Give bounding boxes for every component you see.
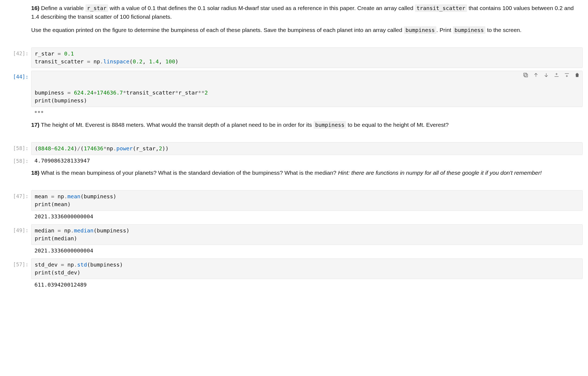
code-cell-58: [58]: (8848−624.24)/(174636*np.power(r_s… xyxy=(5,142,583,155)
q17-label: 17) xyxy=(31,122,39,128)
notebook-page: 16) Define a variable r_star with a valu… xyxy=(0,0,588,295)
insert-above-icon[interactable] xyxy=(554,72,560,78)
tok: , xyxy=(159,58,165,65)
code-input-47[interactable]: mean = np.mean(bumpiness)print(mean) xyxy=(31,190,583,211)
tok: mean xyxy=(54,201,67,208)
tok: 624.24 xyxy=(54,145,74,152)
tok: * xyxy=(175,89,178,96)
tok: ) xyxy=(126,227,129,234)
tok: median xyxy=(74,227,94,234)
tok: 174636.7 xyxy=(97,89,123,96)
tok: = xyxy=(61,261,64,268)
tok: r_star xyxy=(35,50,57,57)
inline-code-bumpiness2: bumpiness xyxy=(453,26,485,34)
inline-code-bumpiness3: bumpiness xyxy=(314,121,346,129)
inline-code-transit-scatter: transit_scatter xyxy=(415,4,467,12)
output-collapsed-44: ••• xyxy=(5,107,583,118)
output-cell-57: 611.039420012489 xyxy=(5,279,583,290)
code-cell-49: [49]: median = np.median(bumpiness)print… xyxy=(5,224,583,245)
tok: 8848 xyxy=(38,145,51,152)
delete-cell-icon[interactable] xyxy=(574,72,580,78)
tok: ) xyxy=(67,201,71,208)
inline-code-rstar: r_star xyxy=(85,4,108,12)
code-input-49[interactable]: median = np.median(bumpiness)print(media… xyxy=(31,224,583,245)
prompt-57: [57]: xyxy=(5,258,31,279)
tok: print xyxy=(35,269,51,276)
tok: ) xyxy=(84,97,87,104)
output-cell-49: 2021.3336000000004 xyxy=(5,245,583,256)
tok: 100 xyxy=(165,58,175,65)
tok: linspace xyxy=(103,58,129,65)
tok: bumpiness xyxy=(90,261,120,268)
tok: np xyxy=(64,261,74,268)
tok: print xyxy=(35,201,51,208)
tok: . xyxy=(74,261,77,268)
prompt-empty xyxy=(5,121,31,135)
tok: bumpiness xyxy=(54,97,84,104)
tok: ) xyxy=(113,193,116,200)
tok: . xyxy=(113,145,116,152)
tok: , xyxy=(156,145,159,152)
tok: . xyxy=(71,227,74,234)
tok: / xyxy=(77,145,81,152)
code-input-57[interactable]: std_dev = np.std(bumpiness)print(std_dev… xyxy=(31,258,583,279)
tok: 1.4 xyxy=(149,58,159,65)
prompt-empty xyxy=(5,245,31,256)
md17-para: 17) The height of Mt. Everest is 8848 me… xyxy=(31,121,581,129)
prompt-47: [47]: xyxy=(5,190,31,211)
output-value-57: 611.039420012489 xyxy=(31,279,583,290)
tok: ( xyxy=(129,58,133,65)
tok: transit_scatter xyxy=(35,58,87,65)
insert-below-icon[interactable] xyxy=(564,72,570,78)
tok: ( xyxy=(81,193,84,200)
tok: 174636 xyxy=(84,145,103,152)
tok: ( xyxy=(87,261,90,268)
tok: std_dev xyxy=(35,261,61,268)
cell-toolbar xyxy=(523,72,580,78)
tok: r_star xyxy=(178,89,198,96)
tok: median xyxy=(35,227,57,234)
move-down-icon[interactable] xyxy=(543,72,549,78)
code-input-44[interactable]: bumpiness = 624.24+174636.7*transit_scat… xyxy=(31,71,583,107)
tok: 0.2 xyxy=(133,58,142,65)
md18-para: 18) What is the mean bumpiness of your p… xyxy=(31,168,581,177)
tok: transit_scatter xyxy=(126,89,175,96)
code-input-42[interactable]: r_star = 0.1transit_scatter = np.linspac… xyxy=(31,47,583,68)
tok: ( xyxy=(81,145,84,152)
code-cell-47: [47]: mean = np.mean(bumpiness)print(mea… xyxy=(5,190,583,211)
tok: ( xyxy=(51,269,54,276)
markdown-body-18: 18) What is the mean bumpiness of your p… xyxy=(31,168,583,183)
md16-t5: . Print xyxy=(436,27,453,33)
tok: np xyxy=(90,58,100,65)
tok: np xyxy=(54,193,64,200)
markdown-cell-17: 17) The height of Mt. Everest is 8848 me… xyxy=(5,121,583,135)
output-value-58: 4.709086328133947 xyxy=(31,155,583,166)
tok: * xyxy=(123,89,126,96)
markdown-body-16: 16) Define a variable r_star with a valu… xyxy=(31,4,583,40)
svg-rect-1 xyxy=(524,73,527,76)
tok: = xyxy=(87,58,90,65)
tok: = xyxy=(67,89,71,96)
prompt-42: [42]: xyxy=(5,47,31,68)
tok xyxy=(71,89,74,96)
duplicate-cell-icon[interactable] xyxy=(523,72,529,78)
tok: median xyxy=(54,235,74,242)
collapsed-output-icon[interactable]: ••• xyxy=(31,107,583,118)
tok: std_dev xyxy=(54,269,77,276)
code-cell-44: [44]: bumpiness = 624.24+174636.7*transi… xyxy=(5,71,583,107)
code-input-58[interactable]: (8848−624.24)/(174636*np.power(r_star,2)… xyxy=(31,142,583,155)
md16-para1: 16) Define a variable r_star with a valu… xyxy=(31,4,581,21)
tok: ( xyxy=(51,235,54,242)
md16-t1: Define a variable xyxy=(39,5,85,11)
tok: std xyxy=(77,261,87,268)
tok: ( xyxy=(94,227,97,234)
output-cell-47: 2021.3336000000004 xyxy=(5,211,583,222)
markdown-cell-16: 16) Define a variable r_star with a valu… xyxy=(5,4,583,40)
prompt-empty xyxy=(5,4,31,40)
tok: power xyxy=(116,145,133,152)
markdown-cell-18: 18) What is the mean bumpiness of your p… xyxy=(5,168,583,183)
md16-para2: Use the equation printed on the figure t… xyxy=(31,26,581,34)
move-up-icon[interactable] xyxy=(533,72,539,78)
tok: 0.1 xyxy=(64,50,74,57)
tok: * xyxy=(103,145,107,152)
